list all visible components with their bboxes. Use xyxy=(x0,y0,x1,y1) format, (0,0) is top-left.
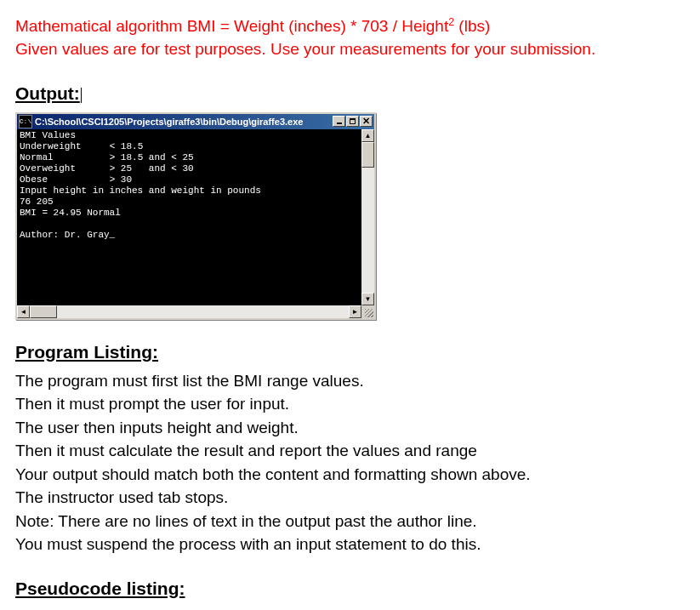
program-line: The instructor used tab stops. xyxy=(15,486,685,510)
scroll-up-button[interactable]: ▲ xyxy=(361,129,374,142)
hscroll-track[interactable] xyxy=(30,305,349,318)
program-line: The program must first list the BMI rang… xyxy=(15,369,685,393)
intro-line1: Mathematical algorithm BMI = Weight (inc… xyxy=(15,15,685,38)
output-header-text: Output: xyxy=(15,83,80,103)
pseudocode-header: Pseudocode listing: xyxy=(15,579,685,599)
program-line: The user then inputs height and weight. xyxy=(15,416,685,440)
vscroll-track[interactable] xyxy=(361,142,374,293)
close-button[interactable]: ✕ xyxy=(360,116,373,127)
program-line: Your output should match both the conten… xyxy=(15,463,685,487)
scroll-left-button[interactable]: ◄ xyxy=(17,305,30,318)
minimize-button[interactable] xyxy=(333,116,345,127)
vscroll-thumb[interactable] xyxy=(361,142,374,168)
maximize-button[interactable] xyxy=(346,116,359,127)
intro-line1-post: (lbs) xyxy=(454,17,490,35)
vertical-scrollbar[interactable]: ▲ ▼ xyxy=(361,129,374,305)
program-line: Then it must calculate the result and re… xyxy=(15,439,685,463)
text-cursor-icon xyxy=(81,88,82,103)
horizontal-scrollbar[interactable]: ◄ ► xyxy=(17,305,374,318)
cmd-icon: C:\ xyxy=(19,115,32,128)
console-window: C:\ C:\School\CSCI1205\Projects\giraffe3… xyxy=(15,112,376,320)
title-bar[interactable]: C:\ C:\School\CSCI1205\Projects\giraffe3… xyxy=(17,114,374,129)
hscroll-thumb[interactable] xyxy=(30,305,57,318)
program-line: Then it must prompt the user for input. xyxy=(15,392,685,416)
window-controls: ✕ xyxy=(333,116,373,127)
program-listing-header: Program Listing: xyxy=(15,342,685,362)
console-output: BMI Values Underweight < 18.5 Normal > 1… xyxy=(17,129,361,305)
intro-line2: Given values are for test purposes. Use … xyxy=(15,38,685,61)
intro-text: Mathematical algorithm BMI = Weight (inc… xyxy=(15,15,685,61)
intro-line1-pre: Mathematical algorithm BMI = Weight (inc… xyxy=(15,17,448,35)
console-wrap: BMI Values Underweight < 18.5 Normal > 1… xyxy=(17,129,374,305)
window-title: C:\School\CSCI1205\Projects\giraffe3\bin… xyxy=(35,117,333,127)
output-header: Output: xyxy=(15,83,82,104)
program-listing-body: The program must first list the BMI rang… xyxy=(15,369,685,556)
program-line: You must suspend the process with an inp… xyxy=(15,533,685,556)
scroll-down-button[interactable]: ▼ xyxy=(361,293,374,305)
program-line: Note: There are no lines of text in the … xyxy=(15,510,685,533)
resize-grip-icon[interactable] xyxy=(361,305,374,318)
scroll-right-button[interactable]: ► xyxy=(349,305,361,318)
